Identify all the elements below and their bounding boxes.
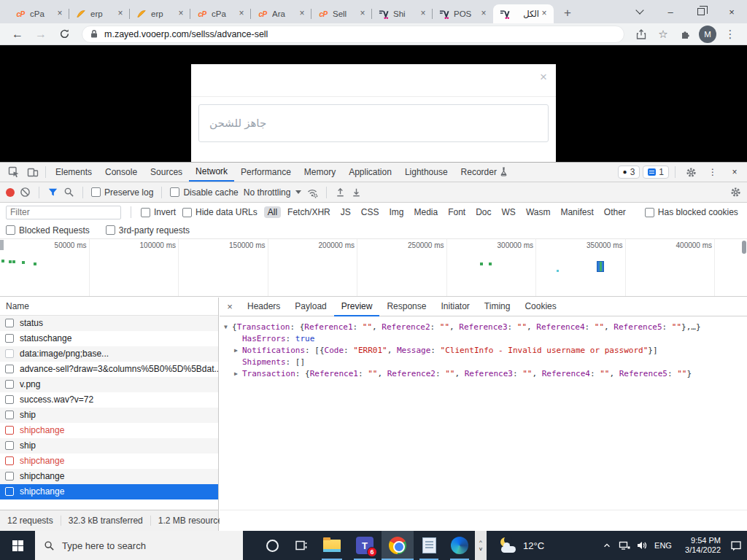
selected-request-mark[interactable] [597, 261, 604, 272]
tab-close-icon[interactable]: × [297, 9, 307, 19]
request-row[interactable]: shipchange [0, 469, 218, 484]
devtools-tab-performance[interactable]: Performance [234, 163, 298, 182]
minimize-button[interactable]: – [655, 0, 686, 23]
forward-button[interactable]: → [31, 25, 50, 44]
action-center-button[interactable] [725, 540, 747, 551]
request-row[interactable]: ship [0, 438, 218, 454]
network-conditions-button[interactable] [306, 187, 318, 198]
request-checkbox[interactable] [5, 395, 14, 404]
preview-line[interactable]: ▶Transaction: {Reference1: "", Reference… [224, 368, 743, 380]
disable-cache-toggle[interactable]: Disable cache [170, 187, 238, 198]
detail-tab-timing[interactable]: Timing [477, 298, 518, 316]
browser-tab[interactable]: POS× [433, 4, 493, 23]
request-checkbox[interactable] [5, 380, 14, 389]
request-mark[interactable] [12, 260, 15, 263]
detail-tab-headers[interactable]: Headers [240, 298, 287, 316]
browser-tab[interactable]: erp× [130, 4, 190, 23]
clock[interactable]: 9:54 PM 3/14/2022 [676, 536, 725, 555]
request-checkbox[interactable] [5, 487, 14, 496]
request-row[interactable]: status [0, 316, 218, 331]
export-har-button[interactable] [351, 187, 362, 198]
task-view-button[interactable] [287, 531, 316, 560]
filter-chip-media[interactable]: Media [410, 206, 441, 218]
inspect-element-button[interactable] [4, 163, 23, 182]
invert-toggle[interactable]: Invert [141, 207, 176, 217]
request-table-header[interactable]: Name [0, 298, 218, 316]
preview-line[interactable]: HasErrors: true [224, 333, 743, 345]
filter-chip-all[interactable]: All [264, 206, 281, 218]
network-settings-button[interactable] [730, 187, 741, 198]
tab-close-icon[interactable]: × [55, 9, 65, 19]
clear-button[interactable] [20, 187, 31, 198]
preview-line[interactable]: Shipments: [] [224, 357, 743, 368]
request-checkbox[interactable] [5, 456, 14, 465]
file-explorer-button[interactable] [316, 531, 348, 560]
detail-close-button[interactable]: × [220, 301, 240, 312]
request-mark[interactable] [489, 262, 492, 265]
network-tray-button[interactable] [616, 531, 633, 560]
address-bar[interactable]: m.zayed.vooerp.com/sellss/advance-sell [82, 26, 624, 43]
request-checkbox[interactable] [5, 334, 14, 343]
hide-data-urls-toggle[interactable]: Hide data URLs [182, 207, 258, 217]
chrome-button[interactable] [382, 531, 414, 560]
modal-close-icon[interactable]: × [540, 70, 547, 85]
request-checkbox[interactable] [5, 441, 14, 450]
devtools-tab-memory[interactable]: Memory [298, 163, 342, 182]
browser-tab[interactable]: الكل× [493, 4, 554, 23]
request-checkbox[interactable] [5, 349, 14, 358]
request-row[interactable]: shipchange [0, 484, 218, 499]
filter-chip-wasm[interactable]: Wasm [522, 206, 554, 218]
devtools-tab-elements[interactable]: Elements [49, 163, 98, 182]
filter-chip-img[interactable]: Img [385, 206, 407, 218]
checkbox[interactable] [645, 208, 654, 217]
share-button[interactable] [632, 25, 651, 44]
filter-chip-doc[interactable]: Doc [472, 206, 495, 218]
teams-button[interactable]: T6 [348, 531, 382, 560]
request-row[interactable]: data:image/png;base... [0, 346, 218, 362]
checkbox[interactable] [141, 208, 150, 217]
request-mark[interactable] [1, 260, 4, 262]
request-row[interactable]: shipchange [0, 454, 218, 469]
import-har-button[interactable] [335, 187, 346, 198]
search-button[interactable] [63, 187, 74, 198]
request-row[interactable]: advance-sell?draw=3&columns%5B0%5D%5Bdat… [0, 362, 218, 377]
cortana-button[interactable] [258, 531, 287, 560]
expand-arrow-icon[interactable]: ▼ [224, 322, 232, 333]
detail-tab-payload[interactable]: Payload [287, 298, 333, 316]
start-button[interactable] [0, 531, 35, 560]
new-tab-button[interactable]: + [558, 4, 577, 23]
request-row[interactable]: statuschange [0, 331, 218, 346]
request-row[interactable]: success.wav?v=72 [0, 392, 218, 408]
detail-tab-cookies[interactable]: Cookies [517, 298, 563, 316]
request-mark[interactable] [480, 262, 483, 265]
blocked-requests-toggle[interactable]: Blocked Requests [6, 225, 90, 236]
tab-close-icon[interactable]: × [176, 9, 186, 19]
detail-tab-preview[interactable]: Preview [334, 298, 380, 316]
timeline-scrollbar[interactable] [742, 241, 746, 254]
browser-tab[interactable]: Shi× [372, 4, 433, 23]
preserve-log-toggle[interactable]: Preserve log [91, 187, 153, 198]
expand-arrow-icon[interactable]: ▶ [234, 345, 242, 357]
device-toolbar-button[interactable] [23, 163, 42, 182]
browser-tab[interactable]: cPcPa× [9, 4, 69, 23]
edge-button[interactable] [444, 531, 475, 560]
error-badge[interactable]: ● 3 [618, 166, 640, 179]
devtools-tab-application[interactable]: Application [342, 163, 398, 182]
filter-chip-other[interactable]: Other [600, 206, 630, 218]
request-row[interactable]: shipchange [0, 423, 218, 438]
request-row[interactable]: v.png [0, 377, 218, 392]
devtools-menu-button[interactable]: ⋮ [703, 163, 722, 182]
filter-chip-css[interactable]: CSS [357, 206, 383, 218]
weather-widget[interactable]: 12°C [487, 531, 557, 560]
request-checkbox[interactable] [5, 365, 14, 373]
request-checkbox[interactable] [5, 411, 14, 419]
has-blocked-cookies-toggle[interactable]: Has blocked cookies [645, 207, 738, 217]
shipping-status-input[interactable]: جاهز للشحن [198, 104, 549, 142]
tab-close-icon[interactable]: × [115, 9, 125, 19]
devtools-tab-sources[interactable]: Sources [144, 163, 189, 182]
language-indicator[interactable]: ENG [651, 541, 676, 550]
expand-arrow-icon[interactable]: ▶ [234, 368, 242, 380]
network-overview-timeline[interactable]: 50000 ms100000 ms150000 ms200000 ms25000… [0, 238, 747, 297]
filter-button[interactable] [47, 187, 58, 198]
browser-menu-button[interactable]: ⋮ [721, 25, 740, 44]
